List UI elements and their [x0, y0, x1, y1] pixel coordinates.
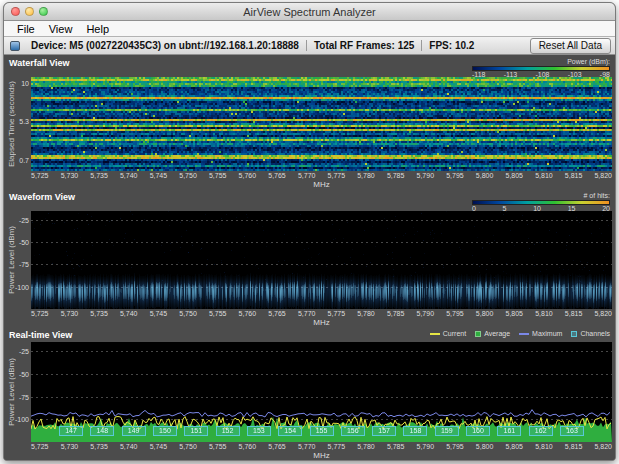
channel-box: 154 — [278, 426, 302, 436]
waveform-y-axis-label: Power Level (dBm) — [7, 211, 17, 309]
x-axis-tick: 5,755 — [209, 442, 227, 451]
x-axis-tick: 5,815 — [565, 309, 583, 318]
x-axis-tick: 5,745 — [150, 171, 168, 180]
legend-swatch-3 — [571, 331, 577, 337]
channel-boxes: 1471481491501511521531541551561571581591… — [31, 426, 612, 436]
x-axis-tick: 5,785 — [387, 309, 405, 318]
channel-box: 150 — [153, 426, 177, 436]
realtime-x-axis-label: MHz — [31, 451, 612, 460]
y-axis-tick: 5.3 — [19, 118, 29, 125]
device-icon — [10, 41, 20, 51]
x-axis-tick: 5,730 — [61, 171, 79, 180]
legend-item-channels: Channels — [571, 330, 610, 337]
menu-item[interactable]: File — [10, 23, 42, 35]
x-axis-tick: 5,750 — [179, 171, 197, 180]
close-button[interactable] — [11, 7, 20, 16]
x-axis-tick: 5,795 — [446, 309, 464, 318]
x-axis-tick: 5,740 — [120, 309, 138, 318]
y-axis-tick: -25 — [19, 216, 29, 223]
x-axis-tick: 5,765 — [268, 442, 286, 451]
menu-item[interactable]: Help — [79, 23, 116, 35]
x-axis-tick: 5,745 — [150, 309, 168, 318]
x-axis-tick: 5,770 — [298, 171, 316, 180]
channel-box: 147 — [59, 426, 83, 436]
x-axis-tick: 5,725 — [31, 171, 49, 180]
realtime-x-ticks: 5,7255,7305,7355,7405,7455,7505,7555,760… — [31, 442, 612, 451]
x-axis-tick: 5,760 — [239, 171, 257, 180]
x-axis-tick: 5,785 — [387, 171, 405, 180]
legend-label-maximum: Maximum — [532, 330, 562, 337]
x-axis-tick: 5,735 — [90, 171, 108, 180]
title-bar[interactable]: AirView Spectrum Analyzer — [4, 3, 615, 21]
legend-swatch-1 — [475, 331, 481, 337]
x-axis-tick: 5,725 — [31, 442, 49, 451]
realtime-title: Real-time View — [9, 330, 72, 340]
x-axis-tick: 5,740 — [120, 171, 138, 180]
channel-box: 152 — [216, 426, 240, 436]
menu-bar: FileViewHelp — [4, 21, 615, 37]
channel-box: 153 — [247, 426, 271, 436]
legend-item-maximum: Maximum — [519, 330, 562, 337]
x-axis-tick: 5,780 — [357, 171, 375, 180]
legend-swatch-2 — [519, 333, 529, 335]
x-axis-tick: 5,750 — [179, 442, 197, 451]
channel-box: 163 — [560, 426, 584, 436]
legend-item-average: Average — [475, 330, 510, 337]
waveform-title: Waveform View — [9, 192, 75, 202]
x-axis-tick: 5,765 — [268, 309, 286, 318]
x-axis-tick: 5,765 — [268, 171, 286, 180]
main-content: Waterfall View Power (dBm): -118-113-108… — [4, 55, 615, 461]
waterfall-title: Waterfall View — [9, 58, 70, 68]
channel-box: 149 — [122, 426, 146, 436]
y-axis-tick: -50 — [19, 370, 29, 377]
status-bar: Device: M5 (0027220435C3) on ubnt://192.… — [4, 37, 615, 55]
x-axis-tick: 5,790 — [417, 442, 435, 451]
waterfall-x-axis-label: MHz — [31, 180, 612, 189]
y-axis-tick: -100 — [15, 416, 29, 423]
waveform-plot — [31, 211, 612, 309]
x-axis-tick: 5,735 — [90, 309, 108, 318]
channel-box: 159 — [435, 426, 459, 436]
x-axis-tick: 5,760 — [239, 309, 257, 318]
zoom-button[interactable] — [39, 7, 48, 16]
waveform-panel: Waveform View # of hits: 05101520 Power … — [7, 191, 612, 327]
x-axis-tick: 5,770 — [298, 309, 316, 318]
x-axis-tick: 5,740 — [120, 442, 138, 451]
menu-item[interactable]: View — [42, 23, 80, 35]
realtime-legend: Current Average Maximum Channels — [430, 330, 610, 337]
x-axis-tick: 5,795 — [446, 171, 464, 180]
fps-status: FPS: 10.2 — [421, 40, 481, 51]
waterfall-legend-title: Power (dBm): — [472, 58, 610, 65]
legend-item-current: Current — [430, 330, 466, 337]
waterfall-y-ticks: 105.30.7 — [17, 77, 31, 171]
waterfall-legend: Power (dBm): -118-113-108-103-98 — [472, 58, 610, 78]
window-title: AirView Spectrum Analyzer — [243, 6, 375, 18]
x-axis-tick: 5,755 — [209, 309, 227, 318]
channel-box: 162 — [529, 426, 553, 436]
x-axis-tick: 5,805 — [506, 171, 524, 180]
waveform-y-ticks: -25-50-75-100 — [17, 211, 31, 309]
x-axis-tick: 5,815 — [565, 171, 583, 180]
x-axis-tick: 5,810 — [535, 309, 553, 318]
legend-label-current: Current — [443, 330, 466, 337]
x-axis-tick: 5,730 — [61, 309, 79, 318]
channel-box: 151 — [184, 426, 208, 436]
x-axis-tick: 5,725 — [31, 309, 49, 318]
reset-all-data-button[interactable]: Reset All Data — [530, 38, 611, 54]
waterfall-panel: Waterfall View Power (dBm): -118-113-108… — [7, 57, 612, 189]
minimize-button[interactable] — [25, 7, 34, 16]
channel-box: 161 — [497, 426, 521, 436]
waterfall-x-ticks: 5,7255,7305,7355,7405,7455,7505,7555,760… — [31, 171, 612, 180]
x-axis-tick: 5,755 — [209, 171, 227, 180]
x-axis-tick: 5,780 — [357, 309, 375, 318]
window-controls — [11, 7, 48, 16]
x-axis-tick: 5,815 — [565, 442, 583, 451]
x-axis-tick: 5,775 — [328, 309, 346, 318]
x-axis-tick: 5,775 — [328, 171, 346, 180]
legend-label-average: Average — [484, 330, 510, 337]
y-axis-tick: -50 — [19, 239, 29, 246]
x-axis-tick: 5,745 — [150, 442, 168, 451]
x-axis-tick: 5,805 — [506, 309, 524, 318]
channel-box: 158 — [403, 426, 427, 436]
y-axis-tick: -25 — [19, 348, 29, 355]
